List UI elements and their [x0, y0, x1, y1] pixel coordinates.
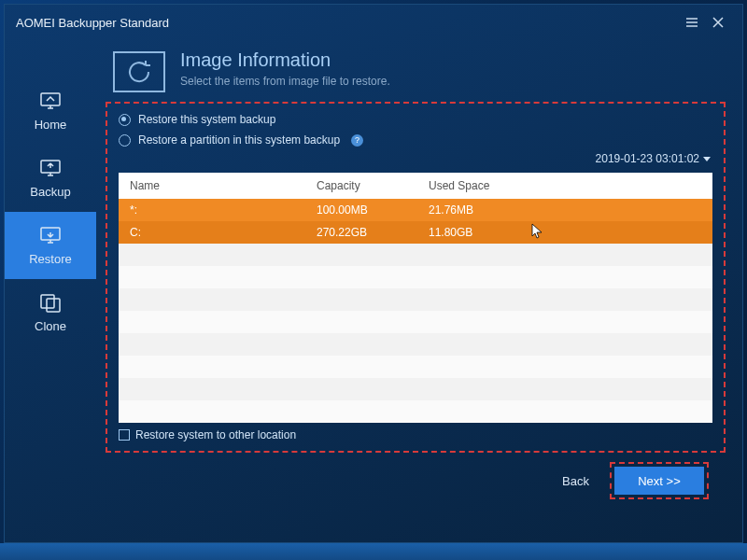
- table-row[interactable]: *: 100.00MB 21.76MB: [119, 199, 712, 221]
- radio-icon: [119, 114, 131, 126]
- radio-icon: [119, 134, 131, 147]
- monitor-home-icon: [38, 91, 63, 112]
- checkbox-icon: [119, 429, 130, 441]
- help-icon[interactable]: ?: [351, 134, 363, 147]
- cell-name: C:: [119, 226, 305, 239]
- option-restore-system[interactable]: Restore this system backup: [119, 113, 712, 126]
- cell-name: *:: [119, 203, 305, 217]
- menu-button[interactable]: [679, 9, 705, 35]
- monitor-restore-icon: [38, 226, 63, 246]
- os-taskbar: [0, 543, 747, 560]
- option-label: Restore this system backup: [138, 113, 275, 126]
- page-subtitle: Select the items from image file to rest…: [180, 75, 390, 88]
- empty-row: [119, 333, 712, 356]
- option-label: Restore a partition in this system backu…: [138, 133, 340, 147]
- partition-table: Name Capacity Used Space *: 100.00MB 21.…: [119, 173, 712, 423]
- timestamp-label: 2019-01-23 03:01:02: [596, 152, 699, 165]
- svg-rect-4: [47, 299, 60, 312]
- page-icon: [113, 51, 165, 92]
- sidebar-item-clone[interactable]: Clone: [5, 279, 96, 346]
- empty-row: [119, 244, 712, 266]
- timestamp-dropdown[interactable]: 2019-01-23 03:01:02: [596, 152, 711, 165]
- chevron-down-icon: [703, 157, 711, 161]
- th-capacity: Capacity: [305, 179, 417, 192]
- clone-icon: [38, 293, 63, 314]
- sidebar-item-restore[interactable]: Restore: [5, 212, 96, 279]
- restore-arrow-icon: [127, 60, 151, 84]
- empty-row: [119, 356, 712, 378]
- cell-used: 21.76MB: [417, 203, 712, 217]
- window-title: AOMEI Backupper Standard: [16, 16, 169, 30]
- main-panel: Image Information Select the items from …: [96, 40, 742, 542]
- page-header: Image Information Select the items from …: [106, 49, 726, 92]
- empty-row: [119, 378, 712, 400]
- checkbox-label: Restore system to other location: [135, 428, 296, 441]
- highlight-region: Restore this system backup Restore a par…: [106, 102, 726, 453]
- next-highlight: Next >>: [610, 462, 709, 499]
- empty-row: [119, 266, 712, 288]
- titlebar: AOMEI Backupper Standard: [5, 5, 742, 40]
- sidebar-label-restore: Restore: [29, 252, 72, 266]
- close-button[interactable]: [705, 9, 731, 35]
- empty-row: [119, 288, 712, 311]
- cell-capacity: 270.22GB: [305, 226, 417, 239]
- cell-capacity: 100.00MB: [305, 203, 417, 217]
- empty-row: [119, 400, 712, 423]
- th-used: Used Space: [417, 179, 712, 192]
- option-restore-partition[interactable]: Restore a partition in this system backu…: [119, 133, 712, 147]
- page-title: Image Information: [180, 49, 390, 71]
- next-button[interactable]: Next >>: [614, 467, 704, 495]
- th-name: Name: [119, 179, 305, 192]
- sidebar-label-clone: Clone: [35, 319, 66, 333]
- table-row[interactable]: C: 270.22GB 11.80GB: [119, 221, 712, 244]
- monitor-backup-icon: [38, 159, 63, 179]
- sidebar-label-home: Home: [35, 118, 67, 132]
- restore-other-location-checkbox[interactable]: Restore system to other location: [119, 428, 712, 441]
- sidebar-label-backup: Backup: [30, 185, 70, 199]
- svg-rect-3: [41, 295, 54, 308]
- back-button[interactable]: Back: [553, 467, 599, 496]
- svg-rect-0: [41, 93, 60, 105]
- footer: Back Next >>: [106, 453, 726, 503]
- empty-row: [119, 311, 712, 333]
- sidebar-item-backup[interactable]: Backup: [5, 145, 96, 212]
- app-window: AOMEI Backupper Standard Home Backup Res…: [4, 4, 743, 543]
- cell-used: 11.80GB: [417, 226, 712, 239]
- sidebar: Home Backup Restore Clone: [5, 40, 96, 542]
- sidebar-item-home[interactable]: Home: [5, 77, 96, 145]
- table-header: Name Capacity Used Space: [119, 173, 712, 199]
